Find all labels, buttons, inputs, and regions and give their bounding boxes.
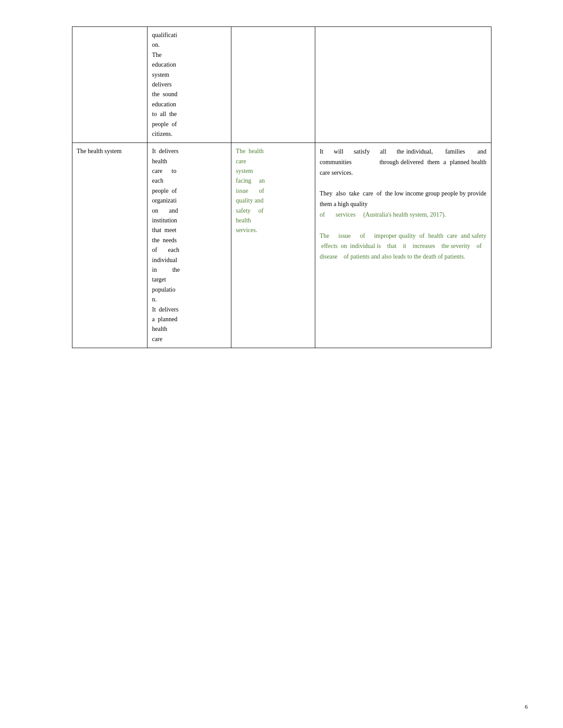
row2-col4: It will satisfy all the individual, fami… xyxy=(315,143,491,348)
col4-text-1: It will satisfy all the individual, fami… xyxy=(320,146,487,210)
row1-col4 xyxy=(315,27,491,143)
row1-col1 xyxy=(72,27,147,143)
row1-col3 xyxy=(231,27,315,143)
row1-col2: qualificati on. The education system del… xyxy=(147,27,231,143)
main-table: qualificati on. The education system del… xyxy=(72,26,491,348)
row2-col2: It delivers health care to each people o… xyxy=(147,143,231,348)
page-container: qualificati on. The education system del… xyxy=(72,0,491,383)
row2-col3: The health care system facing an issue o… xyxy=(231,143,315,348)
table-row: qualificati on. The education system del… xyxy=(72,27,491,143)
table-row: The health system It delivers health car… xyxy=(72,143,491,348)
row2-col1: The health system xyxy=(72,143,147,348)
col4-text-2: of services (Australia's health system, … xyxy=(320,210,487,262)
page-number: 6 xyxy=(525,703,528,710)
